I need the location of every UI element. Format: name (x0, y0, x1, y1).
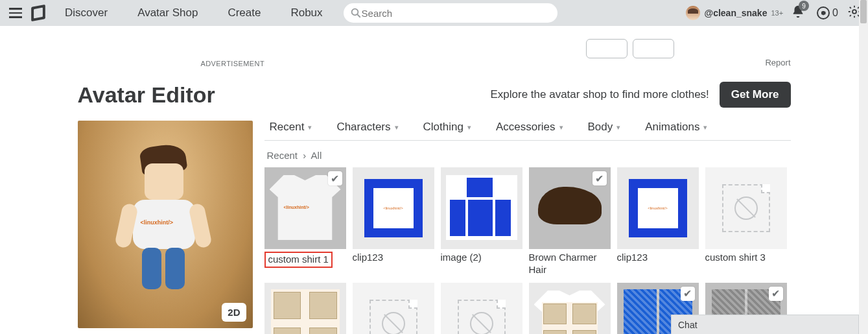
item-thumbnail[interactable]: ✔ (529, 167, 611, 249)
item-card: custom shirt 3 (705, 167, 787, 276)
item-thumbnail[interactable] (617, 167, 699, 249)
ad-label: ADVERTISEMENT (201, 60, 265, 67)
check-icon: ✔ (592, 171, 607, 185)
chat-bar[interactable]: Chat (671, 315, 859, 334)
roblox-logo-icon[interactable] (31, 5, 45, 21)
nav-create[interactable]: Create (222, 4, 266, 22)
breadcrumb-a[interactable]: Recent (267, 150, 298, 161)
item-thumbnail[interactable] (441, 167, 522, 249)
item-card (353, 283, 434, 335)
item-label[interactable]: image (2) (441, 252, 522, 264)
explore-text: Explore the avatar shop to find more clo… (490, 88, 709, 101)
robux-balance[interactable]: 0 (817, 6, 838, 19)
item-card: clip123 (353, 167, 434, 276)
item-thumbnail[interactable] (441, 283, 522, 335)
breadcrumb-b[interactable]: All (311, 150, 322, 161)
item-label[interactable]: Brown Charmer Hair (529, 252, 611, 276)
notif-count-badge: 9 (799, 1, 809, 11)
item-label[interactable]: custom shirt 1 (264, 252, 333, 268)
chevron-down-icon: ▾ (308, 123, 312, 132)
item-card: clip123 (617, 167, 699, 276)
chevron-right-icon: › (303, 150, 306, 161)
svg-line-1 (357, 14, 360, 18)
item-card (441, 283, 522, 335)
avatar-character (113, 140, 217, 309)
age-badge: 13+ (771, 9, 783, 17)
item-card: <linuxhint/> ✔ custom shirt 1 (264, 167, 346, 276)
item-card (529, 283, 611, 335)
ad-button-2[interactable] (633, 39, 674, 58)
tab-body[interactable]: Body▾ (588, 121, 621, 134)
hamburger-menu-icon[interactable] (6, 4, 25, 22)
item-thumbnail[interactable] (705, 167, 787, 249)
item-label[interactable]: clip123 (353, 252, 434, 264)
tab-label: Animations (645, 121, 699, 134)
ad-button-1[interactable] (586, 39, 628, 58)
tab-label: Characters (336, 121, 390, 134)
ad-report-link[interactable]: Report (765, 58, 790, 67)
ad-strip: ADVERTISEMENT Report (78, 32, 791, 58)
avatar-icon (686, 6, 700, 20)
check-icon: ✔ (769, 287, 783, 301)
item-card: ✔ Brown Charmer Hair (529, 167, 611, 276)
chevron-down-icon: ▾ (559, 123, 563, 132)
nav-avatar-shop[interactable]: Avatar Shop (132, 4, 203, 22)
chevron-down-icon: ▾ (703, 123, 707, 132)
check-icon: ✔ (681, 287, 695, 301)
chevron-down-icon: ▾ (616, 123, 620, 132)
chevron-down-icon: ▾ (467, 123, 471, 132)
tab-label: Accessories (496, 121, 556, 134)
robux-count: 0 (832, 7, 838, 19)
get-more-button[interactable]: Get More (720, 82, 791, 108)
ad-box (201, 39, 674, 58)
nav-links: Discover Avatar Shop Create Robux (60, 4, 328, 22)
main-content: 2D Recent▾ Characters▾ Clothing▾ Accesso… (78, 121, 791, 334)
item-thumbnail[interactable] (264, 283, 346, 335)
search-icon (350, 7, 362, 19)
user-chip[interactable]: @clean_snake 13+ (686, 6, 783, 20)
tab-label: Body (588, 121, 613, 134)
tab-recent[interactable]: Recent▾ (270, 121, 312, 134)
breadcrumb: Recent › All (267, 150, 791, 161)
svg-point-2 (852, 10, 856, 14)
tab-label: Clothing (423, 121, 463, 134)
item-card (264, 283, 346, 335)
top-nav: Discover Avatar Shop Create Robux @clean… (0, 0, 868, 26)
tab-animations[interactable]: Animations▾ (645, 121, 707, 134)
items-grid: <linuxhint/> ✔ custom shirt 1 clip123 (264, 167, 791, 334)
notifications-button[interactable]: 9 (791, 5, 805, 21)
chat-label: Chat (678, 320, 698, 330)
username: @clean_snake (704, 8, 767, 18)
tab-characters[interactable]: Characters▾ (336, 121, 398, 134)
tab-clothing[interactable]: Clothing▾ (423, 121, 471, 134)
svg-point-0 (351, 9, 358, 16)
tab-label: Recent (270, 121, 305, 134)
avatar-preview[interactable]: 2D (78, 121, 253, 328)
right-column: Recent▾ Characters▾ Clothing▾ Accessorie… (264, 121, 791, 334)
nav-robux[interactable]: Robux (285, 4, 327, 22)
item-thumbnail[interactable]: <linuxhint/> ✔ (264, 167, 346, 249)
page-header: Avatar Editor Explore the avatar shop to… (78, 82, 791, 108)
view-toggle-2d-button[interactable]: 2D (222, 303, 246, 322)
check-icon: ✔ (328, 171, 342, 185)
item-card: image (2) (441, 167, 522, 276)
vertical-scrollbar[interactable] (859, 0, 868, 334)
item-thumbnail[interactable] (529, 283, 611, 335)
item-label[interactable]: custom shirt 3 (705, 252, 787, 264)
item-thumbnail[interactable] (353, 283, 434, 335)
robux-icon (817, 6, 830, 19)
nav-discover[interactable]: Discover (60, 4, 113, 22)
chevron-down-icon: ▾ (395, 123, 399, 132)
category-tabs: Recent▾ Characters▾ Clothing▾ Accessorie… (264, 121, 791, 141)
item-label[interactable]: clip123 (617, 252, 699, 264)
tab-accessories[interactable]: Accessories▾ (496, 121, 563, 134)
page-title: Avatar Editor (78, 82, 491, 108)
search-box[interactable] (344, 3, 557, 23)
search-input[interactable] (362, 8, 551, 19)
item-thumbnail[interactable] (353, 167, 434, 249)
scrollbar-thumb[interactable] (860, 0, 867, 23)
